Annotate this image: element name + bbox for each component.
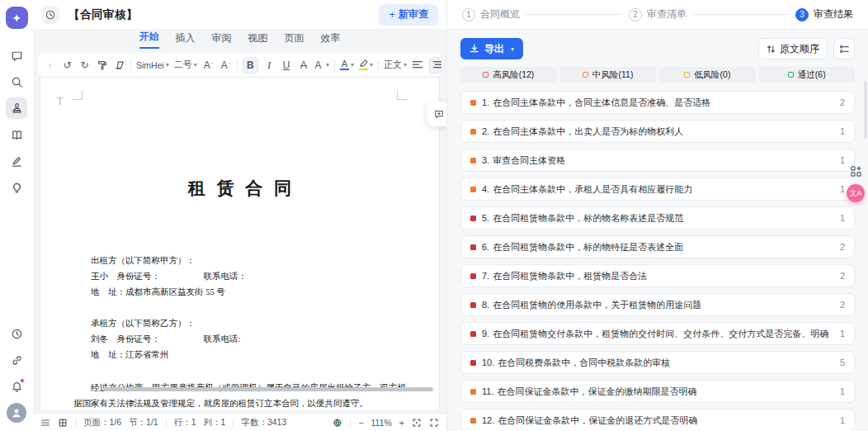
review-item[interactable]: 1. 在合同主体条款中，合同主体信息是否准确、是否适格 2 [460,91,855,114]
review-item[interactable]: 10. 在合同税费条款中，合同中税款条款的审核 5 [460,351,855,374]
italic-icon[interactable]: I [263,57,276,73]
bold-icon[interactable]: B [243,57,258,73]
font-name-select[interactable]: SimHei▾ [136,57,169,73]
review-item[interactable]: 8. 在合同租赁物的使用条款中，关于租赁物的用途问题 2 [460,293,855,316]
display-settings-button[interactable] [833,38,855,59]
document-header: 【合同审核】 + 新审查 [33,0,446,30]
review-item[interactable]: 6. 在合同租赁物条款中，标的物特征是否表述全面 2 [460,235,855,258]
history-clock-icon[interactable] [6,323,27,344]
collapse-left-icon[interactable]: ‹ [44,57,56,73]
strikethrough-icon[interactable]: A [298,57,310,73]
zoom-level[interactable]: 111% [371,418,392,428]
export-button[interactable]: 导出 ▾ [460,38,523,59]
filter-high-risk[interactable]: 高风险(12) [460,67,557,83]
filter-passed[interactable]: 通过(6) [759,67,856,83]
review-item-number: 12. [482,415,494,425]
review-item-text: 在合同租赁物的使用条款中，关于租赁物的用途问题 [493,299,701,311]
review-stepper: 1 合同概览 2 审查清单 3 审查结果 [447,0,868,30]
underline-icon[interactable]: U [281,57,293,73]
zoom-in-icon[interactable]: + [399,418,404,428]
passed-icon [788,72,794,78]
review-item-number: 8. [482,300,489,310]
translate-button[interactable]: 文A [847,184,865,202]
search-icon[interactable] [6,71,27,92]
review-item[interactable]: 2. 在合同主体条款中，出卖人是否为标的物权利人 1 [460,120,855,143]
step-number: 1 [462,8,475,21]
review-item-count: 2 [833,271,845,281]
notification-bell-icon[interactable] [6,376,27,397]
tab-review[interactable]: 审阅 [212,31,232,49]
highlight-color-icon[interactable]: ▾ [359,57,373,73]
step-review-checklist[interactable]: 2 审查清单 [629,7,686,21]
fullscreen-icon[interactable] [429,418,439,428]
document-page[interactable]: T 租赁合同 出租方（以下简称甲方）： 王小 身份证号： 联系电话： 地 址：成… [40,77,440,410]
app-logo-icon[interactable]: ✦ [6,7,28,29]
review-item[interactable]: 3. 审查合同主体资格 1 [460,149,855,172]
outline-list-icon[interactable] [40,418,50,428]
spellcheck-globe-icon[interactable] [333,418,342,428]
review-item[interactable]: 12. 在合同保证金条款中，保证金的退还方式是否明确 1 [460,409,855,431]
risk-filter-tabs: 高风险(12) 中风险(11) 低风险(0) 通过(6) [460,67,855,83]
status-column: 列：1 [204,417,226,429]
review-item[interactable]: 9. 在合同租赁物交付条款中，租赁物的交付时间、交付条件、交付方式是否完备、明确… [460,322,855,345]
review-item-number: 11. [482,386,493,396]
stamp-review-icon[interactable] [6,97,27,119]
step-connector [693,14,789,15]
review-item-count: 2 [833,300,845,310]
font-color-icon[interactable]: A▾ [340,57,354,73]
user-avatar[interactable] [7,403,26,423]
fit-page-icon[interactable] [412,418,422,428]
clear-format-icon[interactable] [113,57,125,73]
review-item-number: 3. [482,155,489,165]
divider [130,59,131,70]
review-item-count: 2 [833,97,845,107]
text-effects-icon[interactable]: A˙▾ [315,57,329,73]
text-cursor-marker: T [57,96,63,107]
chat-icon[interactable] [6,45,27,66]
zoom-out-icon[interactable]: − [358,418,363,428]
review-item[interactable]: 4. 在合同主体条款中，承租人是否具有相应履行能力 1 [460,178,855,201]
paragraph-style-select[interactable]: 正文▾ [384,57,407,73]
recent-clock-icon[interactable] [41,6,59,24]
align-left-icon[interactable] [412,57,424,73]
tab-view[interactable]: 视图 [248,31,268,49]
risk-bullet-icon [470,187,476,192]
filter-label: 通过(6) [798,69,826,81]
tab-page[interactable]: 页面 [285,31,304,49]
review-item-number: 9. [482,329,489,339]
tab-insert[interactable]: 插入 [176,31,196,49]
redo-icon[interactable]: ↻ [78,57,91,73]
widgets-grid-icon[interactable] [847,163,864,179]
vertical-scrollbar[interactable] [864,81,867,139]
review-item-number: 5. [482,213,489,223]
review-item-text: 在合同保证金条款中，保证金的退还方式是否明确 [498,414,697,427]
tab-efficiency[interactable]: 效率 [321,31,341,49]
review-item[interactable]: 7. 在合同租赁物条款中，租赁物是否合法 2 [460,264,855,287]
increase-font-icon[interactable]: Aˆ [202,57,215,73]
sort-order-button[interactable]: 原文顺序 [758,38,828,59]
review-item-text: 在合同保证金条款中，保证金的缴纳期限是否明确 [497,386,696,398]
align-center-icon[interactable] [429,57,441,73]
page-grid-icon[interactable] [58,418,68,428]
horizontal-scrollbar[interactable] [103,387,433,391]
step-contract-overview[interactable]: 1 合同概览 [462,7,520,21]
filter-low-risk[interactable]: 低风险(0) [659,67,756,83]
idea-bulb-icon[interactable] [6,177,27,198]
risk-bullet-icon [470,273,476,279]
step-review-results[interactable]: 3 审查结果 [795,7,853,21]
review-item[interactable]: 5. 在合同租赁物条款中，标的物名称表述是否规范 1 [460,206,855,230]
font-size-select[interactable]: 二号▾ [174,57,197,73]
signature-pen-icon[interactable] [6,150,27,172]
undo-icon[interactable]: ↺ [61,57,73,73]
risk-bullet-icon [470,331,476,337]
add-comment-button[interactable] [427,102,446,126]
library-icon[interactable] [6,124,27,145]
format-painter-icon[interactable] [96,57,108,73]
tab-start[interactable]: 开始 [139,30,159,49]
decrease-font-icon[interactable]: Aˇ [219,57,232,73]
new-review-button[interactable]: + 新审查 [379,4,438,26]
new-review-label: 新审查 [399,7,428,21]
link-icon[interactable] [6,349,27,371]
filter-medium-risk[interactable]: 中风险(11) [560,67,657,83]
review-item[interactable]: 11. 在合同保证金条款中，保证金的缴纳期限是否明确 1 [460,380,855,403]
